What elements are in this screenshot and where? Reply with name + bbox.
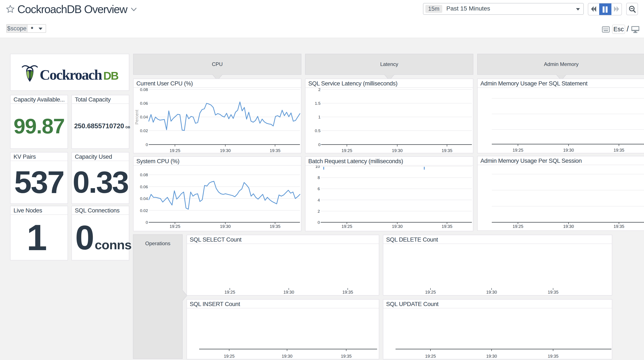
svg-text:0.06: 0.06 (140, 101, 148, 106)
svg-text:19:30: 19:30 (392, 224, 402, 229)
svg-text:19:35: 19:35 (342, 290, 353, 295)
svg-text:19:30: 19:30 (486, 354, 497, 359)
svg-text:19:30: 19:30 (220, 224, 231, 229)
svg-text:19:35: 19:35 (270, 148, 280, 153)
svg-text:1: 1 (318, 115, 320, 119)
svg-text:0.06: 0.06 (140, 185, 148, 189)
svg-text:DB: DB (103, 70, 118, 82)
svg-text:4: 4 (318, 198, 320, 202)
svg-text:1.5: 1.5 (315, 101, 320, 106)
svg-text:0.02: 0.02 (140, 128, 148, 133)
svg-text:8: 8 (318, 175, 320, 180)
svg-text:19:30: 19:30 (392, 148, 402, 153)
svg-text:19:35: 19:35 (548, 290, 558, 295)
svg-text:19:35: 19:35 (442, 148, 452, 153)
svg-text:Cockroach: Cockroach (40, 67, 102, 83)
svg-text:19:25: 19:25 (342, 224, 352, 229)
svg-text:0.04: 0.04 (140, 115, 148, 119)
svg-text:19:30: 19:30 (220, 148, 231, 153)
svg-text:19:25: 19:25 (512, 148, 523, 152)
svg-text:19:25: 19:25 (170, 148, 180, 153)
svg-text:0: 0 (318, 220, 320, 225)
svg-text:19:35: 19:35 (614, 224, 624, 229)
svg-text:19:35: 19:35 (548, 354, 558, 359)
svg-text:0.04: 0.04 (140, 196, 148, 201)
svg-text:19:30: 19:30 (563, 148, 574, 152)
svg-text:19:35: 19:35 (442, 224, 452, 229)
svg-text:0.5: 0.5 (315, 128, 320, 133)
svg-text:19:25: 19:25 (342, 148, 352, 153)
svg-text:19:25: 19:25 (425, 354, 436, 359)
svg-text:19:30: 19:30 (284, 290, 294, 295)
svg-text:19:30: 19:30 (282, 354, 292, 359)
svg-text:19:30: 19:30 (563, 224, 574, 229)
svg-text:0: 0 (146, 142, 148, 147)
svg-text:19:35: 19:35 (270, 224, 280, 229)
svg-text:19:25: 19:25 (512, 224, 523, 229)
svg-text:19:35: 19:35 (341, 354, 352, 359)
svg-text:0.08: 0.08 (140, 87, 148, 92)
svg-text:0: 0 (318, 142, 320, 147)
svg-text:2: 2 (318, 87, 320, 92)
svg-text:Percent: Percent (134, 110, 139, 124)
svg-text:19:25: 19:25 (224, 290, 235, 295)
svg-text:6: 6 (318, 187, 320, 191)
svg-text:2: 2 (318, 209, 320, 214)
svg-text:19:35: 19:35 (614, 148, 624, 152)
svg-text:19:25: 19:25 (224, 354, 234, 359)
svg-text:0: 0 (146, 220, 148, 225)
svg-text:19:30: 19:30 (486, 290, 497, 295)
svg-text:0.02: 0.02 (140, 208, 148, 213)
svg-text:19:25: 19:25 (170, 224, 180, 229)
svg-text:19:25: 19:25 (425, 290, 436, 295)
svg-text:0.08: 0.08 (140, 173, 148, 177)
